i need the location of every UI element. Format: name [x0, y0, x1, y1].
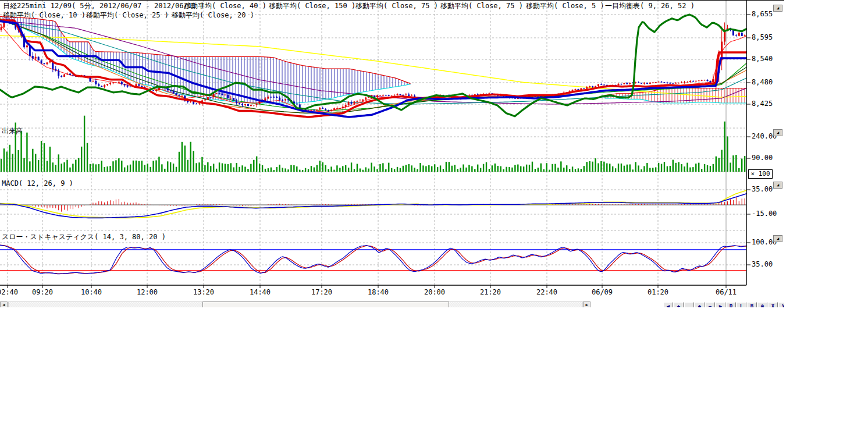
volume-bar [52, 162, 54, 172]
volume-bar [259, 164, 260, 172]
toolbar-button-X[interactable]: X [768, 302, 778, 307]
candle-body [434, 96, 436, 97]
volume-bar [686, 163, 688, 172]
volume-bar [405, 165, 407, 172]
candle-body [342, 107, 344, 108]
volume-bar [195, 163, 197, 172]
toolbar-button-◆[interactable]: ◆ [695, 302, 705, 307]
volume-bar [138, 161, 140, 172]
candle-body [626, 83, 628, 84]
y-axis-label: 8,480 [752, 79, 773, 86]
candle-body [655, 82, 657, 83]
volume-bar [744, 156, 745, 172]
candle-body [537, 95, 539, 96]
y-axis-label: 8,540 [752, 55, 773, 63]
candle-body [253, 105, 255, 105]
volume-bar [508, 167, 510, 172]
volume-bar [84, 116, 85, 172]
volume-bar [112, 161, 113, 172]
toolbar-button-+[interactable]: + [674, 302, 684, 307]
volume-bar [463, 164, 464, 172]
volume-bar [600, 161, 602, 172]
candle-body [339, 108, 341, 109]
volume-bar [241, 165, 243, 172]
volume-bar [425, 166, 426, 172]
volume-bar [38, 160, 39, 172]
volume-bar [147, 164, 148, 172]
candle-body [652, 83, 654, 83]
candle-body [738, 33, 740, 36]
volume-bar [41, 141, 42, 172]
candle-body [684, 82, 685, 83]
toolbar-button-L[interactable]: L [737, 302, 746, 307]
toolbar-button-▶[interactable]: ▶ [716, 302, 725, 307]
candle-body [201, 100, 203, 103]
toolbar-button-⊻[interactable]: ⊻ [778, 302, 784, 307]
volume-bar [520, 166, 521, 172]
panel-scale-dropdown-button[interactable]: ◢ [773, 182, 782, 189]
candle-body [546, 97, 547, 98]
candle-body [572, 90, 574, 91]
candle-body [595, 86, 596, 87]
volume-bar [49, 147, 51, 172]
volume-bar [741, 159, 742, 172]
candle-body [233, 98, 234, 100]
scrollbar-left-arrow-icon[interactable]: ◀ [0, 301, 8, 307]
candle-body [517, 98, 519, 99]
candle-body [3, 19, 5, 27]
scrollbar-thumb[interactable] [202, 301, 449, 307]
panel-scale-dropdown-button[interactable]: ◢ [773, 129, 782, 136]
volume-bar [106, 166, 108, 172]
volume-bar [532, 162, 533, 172]
volume-bar [357, 164, 358, 172]
candle-body [620, 84, 622, 84]
candle-body [141, 86, 143, 87]
volume-bar [618, 164, 619, 172]
volume-bar [124, 168, 125, 172]
candle-body [408, 94, 410, 95]
toolbar-button-blank[interactable] [684, 302, 694, 307]
x-axis-label: 06/11 [709, 289, 744, 296]
scrollbar-right-arrow-icon[interactable]: ▶ [583, 301, 590, 307]
candle-body [290, 100, 292, 101]
candle-body [471, 95, 473, 96]
candle-body [210, 97, 212, 98]
panel-scale-dropdown-button[interactable]: ◢ [773, 5, 782, 12]
toolbar-button-◀[interactable]: ◀ [663, 302, 673, 307]
volume-bar [578, 168, 579, 172]
volume-bar [115, 160, 116, 172]
candle-body [675, 83, 677, 83]
candle-body [586, 87, 588, 89]
volume-bar [678, 162, 679, 172]
toolbar-button-B[interactable]: B [747, 302, 757, 307]
volume-bar [35, 154, 36, 172]
stoch-layer [0, 245, 746, 274]
candle-body [440, 95, 442, 95]
indicator-label: 移動平均( Close, 5 ) [526, 2, 604, 10]
volume-bar [649, 168, 650, 172]
volume-bar [560, 161, 561, 172]
volume-bar [417, 169, 418, 172]
volume-bar [517, 165, 518, 172]
volume-bar [503, 169, 504, 172]
volume-bar [253, 160, 254, 172]
candle-body [81, 75, 83, 76]
candle-body [273, 97, 275, 98]
x-axis-label: 22:40 [529, 289, 564, 296]
volume-bar [468, 165, 469, 172]
volume-bar [718, 158, 720, 172]
candle-body [124, 84, 126, 86]
toolbar-button-D[interactable]: D [726, 302, 736, 307]
toolbar-button-⊕[interactable]: ⊕ [757, 302, 767, 307]
volume-bar [535, 169, 536, 172]
volume-bar [305, 168, 306, 172]
volume-bar [296, 166, 297, 172]
candle-body [121, 81, 123, 84]
panel-scale-dropdown-button[interactable]: ◢ [773, 235, 782, 242]
candle-body [84, 75, 86, 76]
candle-body [635, 83, 636, 83]
candle-body [265, 98, 266, 101]
volume-bar [81, 147, 82, 172]
candle-body [89, 77, 91, 81]
toolbar-button-−[interactable]: − [705, 302, 715, 307]
